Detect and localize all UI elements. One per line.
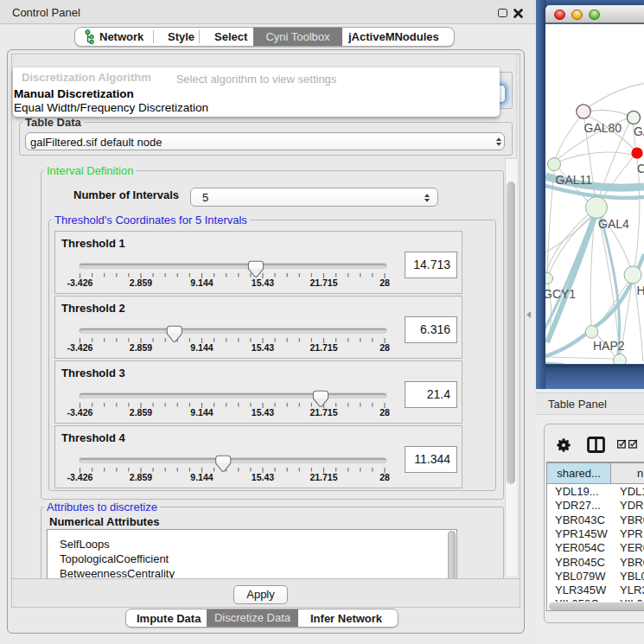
svg-text:9.144: 9.144 (190, 277, 213, 288)
svg-text:2.859: 2.859 (130, 277, 152, 288)
svg-text:GAL4: GAL4 (598, 217, 629, 231)
svg-text:9.144: 9.144 (190, 407, 213, 418)
svg-text:C: C (637, 162, 644, 175)
svg-text:2.859: 2.859 (130, 342, 152, 353)
svg-text:HI: HI (637, 284, 644, 297)
svg-text:28: 28 (379, 407, 390, 418)
svg-text:21.715: 21.715 (309, 472, 337, 482)
svg-text:15.43: 15.43 (252, 407, 274, 418)
svg-text:-3.426: -3.426 (67, 407, 93, 418)
svg-text:GAL80: GAL80 (584, 121, 622, 135)
svg-text:21.715: 21.715 (309, 407, 337, 418)
svg-text:-3.426: -3.426 (67, 472, 93, 482)
svg-text:2.859: 2.859 (130, 472, 152, 482)
svg-text:-3.426: -3.426 (67, 277, 93, 288)
svg-text:15.43: 15.43 (252, 342, 274, 353)
svg-text:GAL11: GAL11 (556, 173, 593, 187)
svg-text:-3.426: -3.426 (67, 342, 93, 353)
svg-text:GA: GA (634, 124, 644, 138)
svg-text:HAP2: HAP2 (593, 339, 625, 353)
svg-text:28: 28 (379, 472, 390, 482)
svg-text:21.715: 21.715 (309, 342, 337, 353)
svg-text:28: 28 (379, 277, 390, 288)
svg-text:GCY1: GCY1 (545, 287, 576, 301)
svg-text:21.715: 21.715 (309, 277, 337, 288)
svg-text:2.859: 2.859 (130, 407, 152, 418)
svg-text:9.144: 9.144 (190, 342, 213, 353)
svg-text:28: 28 (379, 342, 390, 353)
svg-text:15.43: 15.43 (252, 277, 274, 288)
svg-text:9.144: 9.144 (190, 472, 213, 482)
svg-text:15.43: 15.43 (252, 472, 274, 482)
